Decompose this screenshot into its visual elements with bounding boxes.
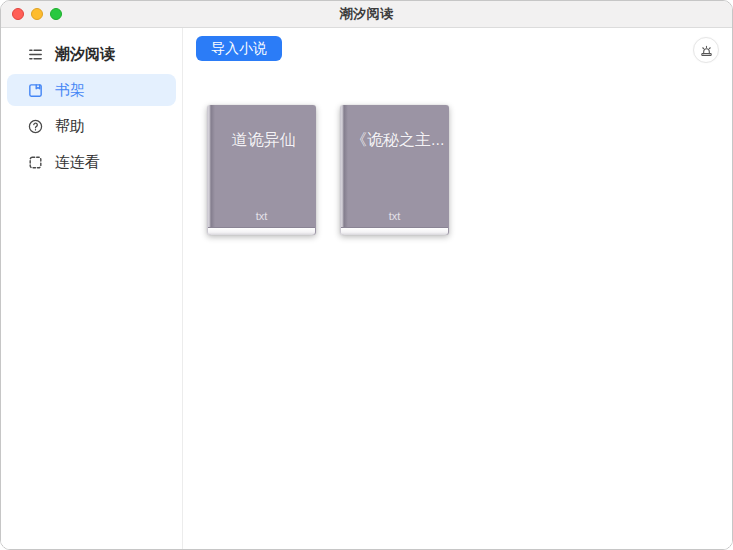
sidebar-item-bookshelf[interactable]: 书架 [7,74,176,106]
app-window: 潮汐阅读 潮汐阅读 书架 [0,0,733,550]
alarm-lamp-icon [699,43,714,58]
zoom-button[interactable] [50,8,62,20]
sidebar-item-label: 连连看 [55,153,100,171]
help-circle-icon [26,117,44,135]
close-button[interactable] [12,8,24,20]
book-cover[interactable]: 《诡秘之主... txt [340,105,449,235]
list-lines-icon [26,45,44,63]
book-title: 道诡异仙 [207,130,316,151]
sidebar-item-lianliankan[interactable]: 连连看 [7,146,176,178]
sidebar-item-label: 潮汐阅读 [55,45,115,63]
minimize-button[interactable] [31,8,43,20]
window-title: 潮汐阅读 [340,5,394,23]
sidebar-item-label: 书架 [55,81,85,99]
dashed-square-icon [26,153,44,171]
book-pages-edge [208,227,315,235]
main-panel: 导入小说 道诡异仙 txt 《诡秘之主... txt [183,28,732,549]
app-body: 潮汐阅读 书架 帮 [1,28,732,549]
bookmark-icon [26,81,44,99]
traffic-lights [12,8,62,20]
book-format-label: txt [340,210,449,222]
alarm-lamp-button[interactable] [693,37,719,63]
titlebar: 潮汐阅读 [1,1,732,28]
book-pages-edge [341,227,448,235]
sidebar: 潮汐阅读 书架 帮 [1,28,183,549]
sidebar-item-app-home[interactable]: 潮汐阅读 [7,38,176,70]
sidebar-item-label: 帮助 [55,117,85,135]
sidebar-item-help[interactable]: 帮助 [7,110,176,142]
import-novel-button[interactable]: 导入小说 [196,36,282,61]
book-format-label: txt [207,210,316,222]
bookshelf-grid: 道诡异仙 txt 《诡秘之主... txt [207,105,720,235]
book-title: 《诡秘之主... [340,130,449,151]
book-cover[interactable]: 道诡异仙 txt [207,105,316,235]
